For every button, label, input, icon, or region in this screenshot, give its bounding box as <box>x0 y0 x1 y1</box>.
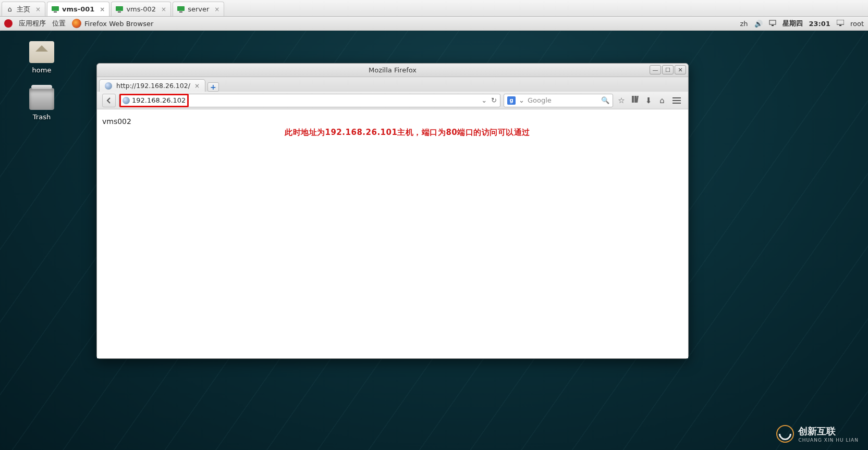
svg-rect-4 <box>177 6 185 11</box>
svg-rect-2 <box>116 6 123 11</box>
home-icon: ⌂ <box>6 6 14 13</box>
svg-rect-7 <box>772 25 774 26</box>
volume-icon[interactable]: 🔊 <box>754 20 763 28</box>
svg-rect-8 <box>837 20 844 24</box>
reload-icon[interactable]: ↻ <box>491 96 497 104</box>
desktop-icon-home[interactable]: home <box>21 41 63 74</box>
download-icon[interactable]: ⬇ <box>643 96 654 105</box>
vm-tab-server[interactable]: server × <box>173 2 224 16</box>
search-icon[interactable]: 🔍 <box>601 96 609 104</box>
vm-tab-vms-001[interactable]: vms-001 × <box>47 2 109 16</box>
svg-rect-0 <box>52 6 59 11</box>
desktop-icon-label: Trash <box>21 113 63 121</box>
home-icon[interactable]: ⌂ <box>657 96 667 105</box>
window-minimize-button[interactable]: — <box>650 65 661 74</box>
search-engine-badge: g <box>507 96 516 105</box>
vm-tab-vms-002[interactable]: vms-002 × <box>111 2 171 16</box>
user-menu[interactable]: root <box>850 20 864 28</box>
ime-indicator[interactable]: zh <box>740 20 748 28</box>
brand-logo-icon <box>776 425 794 443</box>
trash-icon <box>29 88 54 110</box>
window-title: Mozilla Firefox <box>369 66 417 74</box>
active-app-name: Firefox Web Browser <box>84 20 153 28</box>
distro-logo-icon <box>4 19 13 28</box>
vm-tab-label: vms-001 <box>62 5 94 13</box>
globe-icon <box>105 82 112 90</box>
svg-rect-9 <box>839 25 841 26</box>
desktop-icon-trash[interactable]: Trash <box>21 88 63 121</box>
brand-cn: 创新互联 <box>798 426 836 436</box>
url-highlight: 192.168.26.102 <box>120 95 188 106</box>
vm-host-tabstrip: ⌂ 主页 × vms-001 × vms-002 × server × <box>0 0 868 17</box>
hamburger-menu-icon[interactable] <box>670 95 683 106</box>
browser-tab-label: http://192.168.26.102/ <box>116 82 190 90</box>
svg-rect-1 <box>54 11 57 12</box>
page-viewport: vms002 此时地址为192.168.26.101主机，端口为80端口的访问可… <box>97 109 688 358</box>
page-body-text: vms002 <box>102 117 131 126</box>
vm-tab-label: 主页 <box>17 5 30 14</box>
desktop-icon-label: home <box>21 66 63 74</box>
applications-menu[interactable]: 应用程序 <box>19 19 46 28</box>
firefox-window: Mozilla Firefox — ☐ ✕ http://192.168.26.… <box>96 63 689 359</box>
new-tab-button[interactable]: + <box>207 82 219 92</box>
vm-tab-label: vms-002 <box>126 5 156 13</box>
back-button[interactable] <box>102 94 116 107</box>
url-text: 192.168.26.102 <box>132 96 186 104</box>
gnome-topbar: 应用程序 位置 Firefox Web Browser zh 🔊 星期四 23:… <box>0 17 868 31</box>
screen-icon <box>52 6 59 13</box>
vm-tab-label: server <box>188 5 209 13</box>
close-icon[interactable]: × <box>214 6 219 13</box>
active-app-indicator[interactable]: Firefox Web Browser <box>72 19 153 28</box>
firefox-icon <box>72 19 81 28</box>
brand-en: CHUANG XIN HU LIAN <box>798 438 859 443</box>
desktop[interactable]: home Trash Mozilla Firefox — ☐ ✕ http://… <box>0 31 868 450</box>
browser-tabstrip: http://192.168.26.102/ × + <box>97 77 688 92</box>
window-close-button[interactable]: ✕ <box>675 65 686 74</box>
bookmarks-sidebar-icon[interactable] <box>630 95 640 105</box>
close-icon[interactable]: × <box>194 82 200 90</box>
svg-rect-5 <box>179 11 182 12</box>
clock-time[interactable]: 23:01 <box>809 20 830 28</box>
search-placeholder: Google <box>528 96 552 104</box>
browser-tab[interactable]: http://192.168.26.102/ × <box>99 79 205 92</box>
screen-icon <box>116 6 123 13</box>
close-icon[interactable]: × <box>161 6 166 13</box>
screen-icon[interactable] <box>837 20 844 28</box>
folder-home-icon <box>29 41 54 63</box>
close-icon[interactable]: × <box>35 6 41 13</box>
svg-rect-10 <box>632 96 634 103</box>
screen-icon <box>177 6 185 13</box>
history-dropdown-icon[interactable]: ⌄ <box>481 96 487 104</box>
url-bar[interactable]: 192.168.26.102 ⌄ ↻ <box>119 94 500 107</box>
clock-date[interactable]: 星期四 <box>783 19 803 28</box>
search-bar[interactable]: g ⌄ Google 🔍 <box>504 94 613 107</box>
network-icon[interactable] <box>769 20 776 28</box>
svg-rect-3 <box>118 11 121 12</box>
svg-rect-6 <box>769 20 776 24</box>
places-menu[interactable]: 位置 <box>52 19 66 28</box>
close-icon[interactable]: × <box>100 6 105 13</box>
browser-navbar: 192.168.26.102 ⌄ ↻ g ⌄ Google 🔍 ☆ ⬇ ⌂ <box>97 92 688 109</box>
window-titlebar[interactable]: Mozilla Firefox — ☐ ✕ <box>97 64 688 77</box>
bookmark-star-icon[interactable]: ☆ <box>616 96 627 105</box>
globe-icon <box>123 97 130 104</box>
annotation-overlay: 此时地址为192.168.26.101主机，端口为80端口的访问可以通过 <box>285 128 530 138</box>
window-maximize-button[interactable]: ☐ <box>662 65 674 74</box>
brand-watermark: 创新互联 CHUANG XIN HU LIAN <box>776 425 859 443</box>
vm-tab-home[interactable]: ⌂ 主页 × <box>2 2 45 16</box>
